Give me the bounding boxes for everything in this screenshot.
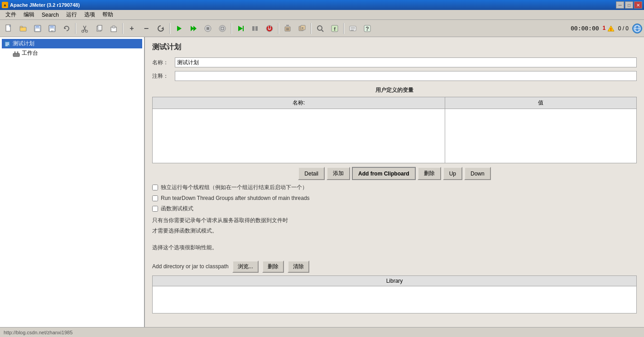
help-toolbar-button[interactable]: ? [360,22,374,35]
functional-mode-checkbox[interactable] [152,206,158,212]
title-bar-label: Apache JMeter (3.2 r1790748) [10,2,80,8]
svg-rect-6 [35,28,40,31]
classpath-delete-button[interactable]: 删除 [262,261,284,273]
functional-mode-label[interactable]: 函数测试模式 [161,205,193,213]
right-panel: 测试计划 名称： 注释： 用户定义的变量 名称: 值 [145,37,644,327]
menu-search[interactable]: Search [38,11,62,19]
svg-rect-62 [13,53,19,57]
var-value-cell[interactable] [445,109,637,163]
toolbar: ↩ + − [0,20,644,37]
tree-item-test-plan[interactable]: 测试计划 [2,39,142,48]
delete-button[interactable]: 删除 [418,167,441,180]
paste-button[interactable] [107,22,120,35]
shutdown-button[interactable] [216,22,229,35]
classpath-clear-button[interactable]: 清除 [288,261,309,273]
reset-button[interactable] [154,22,168,35]
info-text-2: 才需要选择函数测试模式。 [152,227,637,235]
globe-button[interactable] [632,24,642,33]
info-text-1: 只有当你需要记录每个请求从服务器取得的数据到文件时 [152,216,637,225]
panel-title: 测试计划 [152,43,637,52]
comment-input[interactable] [175,71,637,81]
close-button[interactable]: ✕ [634,1,642,9]
toolbar-sep-4 [231,23,232,34]
variables-table: 名称: 值 [152,97,637,163]
copy-button[interactable] [92,22,106,35]
detail-button[interactable]: Detail [298,167,325,180]
clear-all-button[interactable] [295,22,309,35]
search-toolbar-button[interactable] [313,22,327,35]
independent-threads-label[interactable]: 独立运行每个线程组（例如在一个组运行结束后启动下一个） [161,184,308,191]
remote-stop-button[interactable] [248,22,262,35]
name-label: 名称： [152,59,175,66]
revert-button[interactable] [60,22,73,35]
menu-options[interactable]: 选项 [81,10,99,19]
minimize-button[interactable]: ─ [616,1,624,9]
title-bar-text: ▲ Apache JMeter (3.2 r1790748) [2,2,80,8]
svg-rect-8 [50,25,53,28]
user-vars-title: 用户定义的变量 [152,86,637,94]
svg-line-44 [322,30,323,32]
svg-marker-22 [191,26,194,31]
name-row: 名称： [152,57,637,67]
stop-button[interactable] [201,22,215,35]
new-button[interactable] [2,22,15,35]
menu-run[interactable]: 运行 [62,10,81,19]
svg-marker-21 [177,26,182,31]
cut-button[interactable] [78,22,91,35]
svg-text:!: ! [610,27,611,32]
add-from-clipboard-button[interactable]: Add from Clipboard [352,167,416,180]
var-name-cell[interactable] [153,109,445,163]
log-viewer-button[interactable] [346,22,360,35]
save-button[interactable]: ↩ [45,22,59,35]
title-bar: ▲ Apache JMeter (3.2 r1790748) ─ □ ✕ [0,0,644,10]
status-text: http://blog.csdn.net/zhanxi1985 [4,330,72,335]
test-plan-label: 测试计划 [13,40,34,47]
add-button[interactable]: 添加 [327,167,350,180]
svg-rect-19 [112,26,115,28]
classpath-row: Add directory or jar to classpath 浏览... … [152,261,637,273]
run-no-pause-button[interactable] [187,22,200,35]
up-button[interactable]: Up [443,167,462,180]
svg-text:↩: ↩ [51,29,53,32]
info-text-3: 选择这个选项很影响性能。 [152,243,637,252]
warning-count: 1 ! [603,25,615,32]
clear-button[interactable] [281,22,294,35]
left-panel: 测试计划 工作台 [0,37,145,327]
collapse-button[interactable]: − [139,22,153,35]
svg-rect-3 [20,26,23,28]
browse-button[interactable]: 浏览... [232,261,259,273]
functional-mode-row: 函数测试模式 [152,205,637,213]
expand-button[interactable]: + [125,22,139,35]
toolbar-sep-1 [75,23,76,34]
remote-start-button[interactable] [234,22,247,35]
svg-text:?: ? [365,26,369,32]
independent-threads-row: 独立运行每个线程组（例如在一个组运行结束后启动下一个） [152,184,637,191]
tree-item-workbench[interactable]: 工作台 [2,48,142,58]
down-button[interactable]: Down [464,167,491,180]
toolbar-sep-5 [278,23,279,34]
toolbar-sep-7 [343,23,344,34]
svg-rect-64 [17,52,18,54]
independent-threads-checkbox[interactable] [152,185,158,190]
library-cell[interactable] [153,286,637,313]
menu-file[interactable]: 文件 [2,10,20,19]
toolbar-sep-6 [311,23,312,34]
menu-help[interactable]: 帮助 [99,10,117,19]
main-container: 测试计划 工作台 测试计划 名称： 注释： 用户定义的变量 [0,37,644,327]
timer-display: 00:00:00 [571,25,599,32]
run-button[interactable] [172,22,186,35]
remote-shutdown-button[interactable] [263,22,276,35]
function-helper-button[interactable]: f [328,22,341,35]
svg-point-26 [219,25,226,32]
name-input[interactable] [175,57,637,67]
open-button[interactable] [16,22,30,35]
teardown-checkbox[interactable] [152,195,158,201]
app-icon: ▲ [2,2,8,8]
maximize-button[interactable]: □ [625,1,633,9]
save-as-button[interactable] [31,22,44,35]
library-header: Library [153,275,637,286]
menu-edit[interactable]: 编辑 [20,10,38,19]
svg-rect-25 [207,27,209,30]
col-name-header: 名称: [153,97,445,109]
teardown-label[interactable]: Run tearDown Thread Groups after shutdow… [161,195,310,201]
